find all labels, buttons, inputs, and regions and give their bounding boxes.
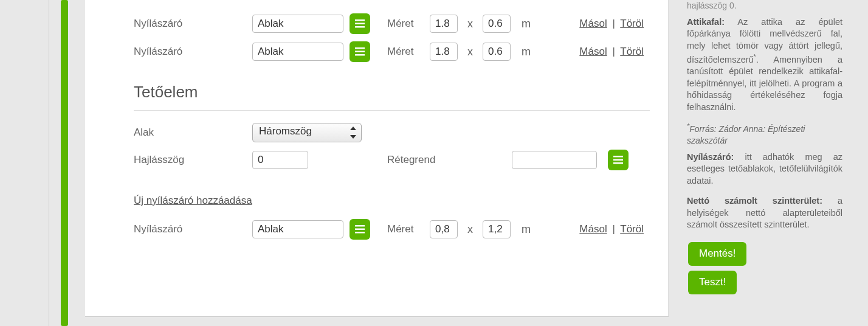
shape-row: Alak Háromszög bbox=[134, 123, 650, 142]
width-input[interactable] bbox=[430, 43, 458, 61]
delete-link[interactable]: Töröl bbox=[620, 46, 644, 57]
svg-rect-3 bbox=[355, 47, 365, 49]
delete-link[interactable]: Töröl bbox=[620, 223, 644, 235]
add-opening-link[interactable]: Új nyílászáró hozzáadása bbox=[134, 195, 252, 207]
svg-rect-9 bbox=[355, 225, 365, 227]
opening-row: Nyílászáró Méret x m Másol | Töröl bbox=[134, 41, 650, 62]
svg-rect-0 bbox=[355, 19, 365, 21]
size-label: Méret bbox=[387, 18, 424, 30]
help-netto-title: Nettó számolt szintterület: bbox=[687, 196, 822, 206]
row-actions: Másol | Töröl bbox=[579, 46, 644, 58]
layers-icon bbox=[354, 47, 366, 57]
svg-rect-1 bbox=[355, 23, 365, 25]
row-actions: Másol | Töröl bbox=[579, 223, 644, 235]
x-separator: x bbox=[467, 18, 473, 30]
copy-link[interactable]: Másol bbox=[579, 46, 607, 57]
height-input[interactable] bbox=[483, 220, 511, 238]
action-separator: | bbox=[612, 46, 615, 57]
layering-label: Rétegrend bbox=[387, 154, 460, 166]
size-label: Méret bbox=[387, 223, 424, 235]
help-attikafal-title: Attikafal: bbox=[687, 17, 725, 27]
svg-rect-4 bbox=[355, 51, 365, 53]
unit-m: m bbox=[522, 18, 531, 30]
size-label: Méret bbox=[387, 46, 424, 58]
height-input[interactable] bbox=[483, 43, 511, 61]
action-separator: | bbox=[612, 223, 615, 235]
svg-rect-5 bbox=[355, 54, 365, 56]
panel-bottom-border bbox=[85, 316, 669, 317]
opening-label: Nyílászáró bbox=[134, 18, 246, 30]
left-border bbox=[49, 0, 49, 326]
test-button[interactable]: Teszt! bbox=[688, 271, 737, 294]
layers-button[interactable] bbox=[350, 219, 370, 240]
x-separator: x bbox=[467, 223, 473, 236]
svg-rect-10 bbox=[355, 229, 365, 231]
help-nyilaszaro: Nyílászáró: itt adhatók meg az esetleges… bbox=[687, 151, 842, 187]
shape-label: Alak bbox=[134, 127, 246, 139]
help-sidebar: hajlásszög 0. Attikafal: Az attika az ép… bbox=[680, 0, 850, 309]
delete-link[interactable]: Töröl bbox=[620, 18, 644, 29]
section-title: Tetőelem bbox=[134, 83, 650, 111]
unit-m: m bbox=[522, 46, 531, 58]
source-note: *Forrás: Zádor Anna: Építészeti szakszót… bbox=[687, 122, 842, 146]
shape-select[interactable]: Háromszög bbox=[252, 123, 362, 142]
help-nyilaszaro-title: Nyílászáró: bbox=[687, 152, 734, 162]
width-input[interactable] bbox=[430, 15, 458, 33]
svg-rect-11 bbox=[355, 232, 365, 234]
angle-input[interactable] bbox=[252, 151, 308, 169]
width-input[interactable] bbox=[430, 220, 458, 238]
copy-link[interactable]: Másol bbox=[579, 18, 607, 29]
layers-icon bbox=[354, 224, 366, 234]
svg-rect-6 bbox=[613, 156, 623, 158]
unit-m: m bbox=[522, 223, 531, 236]
save-button[interactable]: Mentés! bbox=[688, 242, 746, 266]
opening-row: Nyílászáró Méret x m Másol | Töröl bbox=[134, 219, 650, 240]
layers-button[interactable] bbox=[350, 13, 370, 34]
svg-rect-8 bbox=[613, 162, 623, 164]
opening-label: Nyílászáró bbox=[134, 223, 246, 235]
layers-button[interactable] bbox=[608, 150, 629, 170]
help-netto: Nettó számolt szintterület: a helyiségek… bbox=[687, 195, 842, 231]
angle-label: Hajlásszög bbox=[134, 154, 246, 166]
opening-type-input[interactable] bbox=[252, 220, 343, 238]
layers-icon bbox=[612, 155, 624, 165]
copy-link[interactable]: Másol bbox=[579, 223, 607, 235]
svg-rect-7 bbox=[613, 159, 623, 161]
help-attikafal: Attikafal: Az attika az épület főpárkány… bbox=[687, 16, 842, 113]
x-separator: x bbox=[467, 46, 473, 58]
layers-icon bbox=[354, 19, 366, 29]
angle-row: Hajlásszög Rétegrend bbox=[134, 150, 650, 170]
opening-type-input[interactable] bbox=[252, 15, 343, 33]
layers-button[interactable] bbox=[350, 41, 370, 62]
main-panel: Nyílászáró Méret x m Másol | Töröl Nyílá… bbox=[85, 0, 669, 316]
svg-rect-2 bbox=[355, 26, 365, 28]
green-accent-bar bbox=[61, 0, 68, 326]
row-actions: Másol | Töröl bbox=[579, 18, 644, 30]
opening-row: Nyílászáró Méret x m Másol | Töröl bbox=[134, 13, 650, 34]
height-input[interactable] bbox=[483, 15, 511, 33]
opening-type-input[interactable] bbox=[252, 43, 343, 61]
source-text: Forrás: Zádor Anna: Építészeti szakszótá… bbox=[687, 124, 805, 145]
opening-label: Nyílászáró bbox=[134, 46, 246, 58]
action-separator: | bbox=[612, 18, 615, 29]
layering-input[interactable] bbox=[512, 151, 597, 169]
truncated-text: hajlásszög 0. bbox=[687, 0, 842, 12]
